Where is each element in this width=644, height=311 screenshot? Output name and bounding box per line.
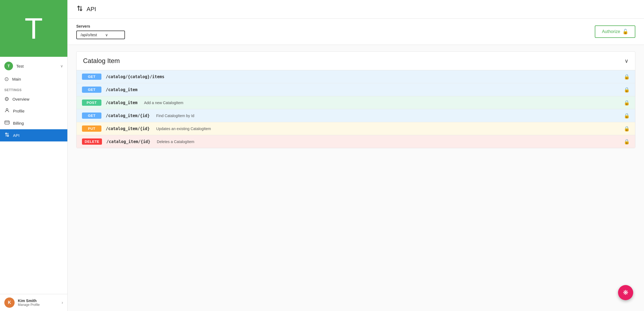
- endpoint-desc: Find CatalogItem by Id: [156, 114, 194, 118]
- endpoint-path: /catalog_item/{id}: [106, 126, 150, 131]
- sidebar-item-overview[interactable]: ⚙ Overview: [0, 93, 67, 105]
- method-badge-get: GET: [82, 87, 101, 93]
- servers-selected-value: /api/o/test: [81, 33, 97, 37]
- endpoint-path: /catalog_item/{id}: [106, 139, 150, 144]
- main-content: API Servers /api/o/test ∨ Authorize 🔓 Ca…: [68, 0, 644, 311]
- org-name: Test: [16, 64, 57, 68]
- user-info: Kim Smith Manage Profile: [18, 299, 58, 307]
- sidebar-item-label: Main: [12, 77, 63, 81]
- method-badge-post: POST: [82, 100, 101, 106]
- servers-left: Servers /api/o/test ∨: [76, 24, 125, 39]
- lock-icon: 🔒: [624, 139, 630, 145]
- sidebar-nav: T Test ∨ ⊙ Main SETTINGS ⚙ Overview Prof…: [0, 57, 67, 294]
- method-badge-put: PUT: [82, 125, 101, 132]
- catalog-title: Catalog Item: [83, 57, 120, 65]
- user-avatar: K: [4, 297, 15, 308]
- overview-icon: ⚙: [4, 96, 9, 102]
- page-header: API: [68, 0, 644, 19]
- manage-profile-link: Manage Profile: [18, 303, 58, 307]
- sidebar-item-main[interactable]: ⊙ Main: [0, 73, 67, 85]
- logo-letter: T: [25, 14, 43, 43]
- sidebar-item-api[interactable]: API: [0, 129, 67, 141]
- dropdown-arrow-icon: ∨: [105, 33, 108, 37]
- user-name: Kim Smith: [18, 299, 58, 303]
- api-content: Catalog Item ∨ GET /catalog/{catalog}/it…: [68, 45, 644, 159]
- endpoint-path: /catalog_item/{id}: [106, 113, 150, 118]
- endpoint-row[interactable]: GET /catalog/{catalog}/items 🔒: [77, 70, 635, 83]
- endpoint-row[interactable]: GET /catalog_item/{id} Find CatalogItem …: [77, 109, 635, 122]
- lock-icon: 🔒: [624, 113, 630, 119]
- endpoint-row[interactable]: DELETE /catalog_item/{id} Deletes a Cata…: [77, 135, 635, 148]
- main-icon: ⊙: [4, 76, 9, 82]
- endpoint-row[interactable]: POST /catalog_item Add a new CatalogItem…: [77, 96, 635, 109]
- sidebar-item-label: Overview: [12, 97, 63, 101]
- billing-icon: [4, 120, 10, 127]
- sidebar-item-label: API: [13, 133, 63, 138]
- sidebar-logo: T: [0, 0, 67, 57]
- org-selector[interactable]: T Test ∨: [0, 59, 67, 73]
- method-badge-get: GET: [82, 74, 101, 80]
- endpoint-desc: Deletes a CatalogItem: [157, 140, 194, 144]
- lock-icon: 🔒: [624, 100, 630, 106]
- org-avatar: T: [4, 62, 13, 70]
- user-chevron-icon: ›: [62, 300, 63, 305]
- endpoint-row[interactable]: PUT /catalog_item/{id} Updates an existi…: [77, 122, 635, 135]
- servers-section: Servers /api/o/test ∨ Authorize 🔓: [68, 19, 644, 45]
- page-title: API: [87, 6, 96, 13]
- method-badge-get: GET: [82, 113, 101, 119]
- api-icon: [4, 132, 10, 139]
- catalog-chevron-icon: ∨: [625, 58, 629, 64]
- endpoint-desc: Updates an existing CatalogItem: [156, 127, 211, 131]
- sidebar-item-label: Billing: [13, 121, 63, 125]
- sidebar: T T Test ∨ ⊙ Main SETTINGS ⚙ Overview: [0, 0, 68, 311]
- profile-icon: [4, 108, 10, 114]
- method-badge-delete: DELETE: [82, 138, 102, 145]
- lock-icon: 🔒: [624, 126, 630, 132]
- sidebar-item-label: Profile: [13, 109, 63, 113]
- svg-point-0: [6, 108, 8, 110]
- authorize-label: Authorize: [602, 29, 620, 34]
- lock-icon: 🔓: [622, 29, 628, 35]
- settings-section-label: SETTINGS: [0, 85, 67, 93]
- lock-icon: 🔒: [624, 87, 630, 93]
- user-profile-footer[interactable]: K Kim Smith Manage Profile ›: [0, 294, 67, 311]
- api-header-icon: [76, 5, 83, 14]
- endpoint-path: /catalog_item: [106, 100, 137, 105]
- sidebar-item-profile[interactable]: Profile: [0, 105, 67, 117]
- help-icon: ❋: [623, 289, 628, 296]
- endpoint-list: GET /catalog/{catalog}/items 🔒 GET /cata…: [77, 70, 635, 148]
- help-floating-button[interactable]: ❋: [618, 285, 633, 300]
- lock-icon: 🔒: [624, 74, 630, 80]
- servers-label: Servers: [76, 24, 125, 28]
- sidebar-item-billing[interactable]: Billing: [0, 117, 67, 129]
- authorize-button[interactable]: Authorize 🔓: [595, 25, 635, 38]
- endpoint-desc: Add a new CatalogItem: [144, 101, 183, 105]
- catalog-header[interactable]: Catalog Item ∨: [77, 52, 635, 70]
- svg-rect-1: [5, 121, 9, 124]
- servers-dropdown[interactable]: /api/o/test ∨: [76, 31, 125, 39]
- org-chevron-icon: ∨: [60, 64, 63, 68]
- endpoint-row[interactable]: GET /catalog_item 🔒: [77, 83, 635, 96]
- endpoint-path: /catalog/{catalog}/items: [106, 74, 164, 79]
- catalog-section: Catalog Item ∨ GET /catalog/{catalog}/it…: [76, 51, 635, 148]
- endpoint-path: /catalog_item: [106, 87, 137, 92]
